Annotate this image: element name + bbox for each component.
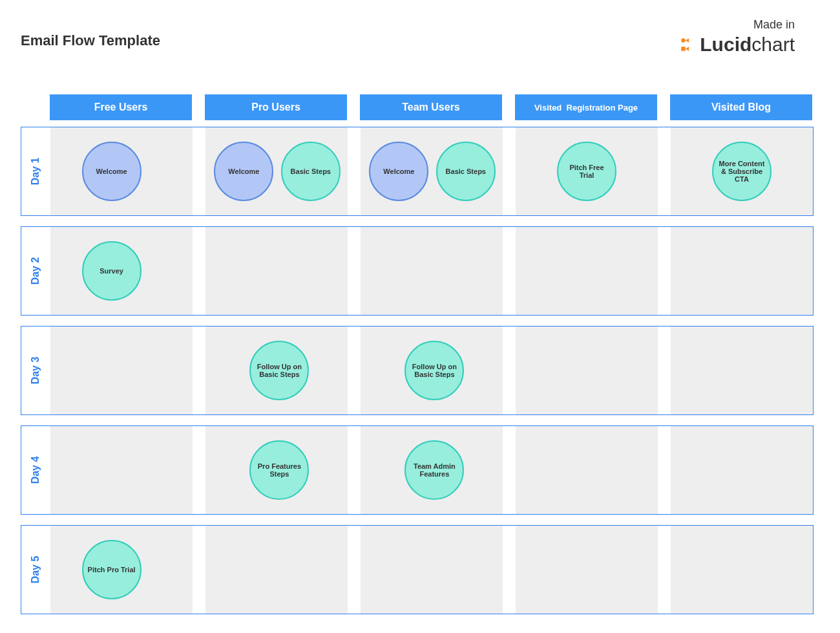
cell-day2-reg (516, 227, 658, 315)
email-node[interactable]: Welcome (82, 142, 142, 201)
cell-day4-free (50, 426, 193, 514)
swimlane-day3: Day 3Follow Up on Basic StepsFollow Up o… (21, 326, 814, 415)
column-header-pro: Pro Users (205, 94, 347, 120)
email-node[interactable]: Follow Up on Basic Steps (249, 341, 309, 400)
column-header-team: Team Users (360, 94, 502, 120)
email-node[interactable]: Basic Steps (436, 142, 496, 201)
cell-day4-blog (671, 426, 813, 514)
cell-day4-reg (516, 426, 658, 514)
cell-day5-team (361, 526, 503, 614)
cell-day5-free: Pitch Pro Trial (50, 526, 193, 614)
email-node[interactable]: Pro Features Steps (249, 440, 309, 500)
cell-day3-reg (516, 327, 658, 414)
row-label-day2: Day 2 (21, 227, 50, 315)
cell-day1-reg: Pitch Free Trial (516, 127, 658, 215)
cell-day5-reg (516, 526, 658, 614)
email-node[interactable]: Pitch Pro Trial (82, 540, 142, 599)
cell-day1-team: WelcomeBasic Steps (361, 127, 503, 215)
cell-day3-free (50, 327, 193, 414)
made-in-label: Made in (753, 18, 795, 32)
swimlane-day4: Day 4Pro Features StepsTeam Admin Featur… (21, 425, 814, 515)
cell-day3-pro: Follow Up on Basic Steps (205, 327, 348, 414)
cell-day5-pro (205, 526, 348, 614)
email-node[interactable]: Follow Up on Basic Steps (404, 341, 464, 400)
cell-day2-pro (205, 227, 348, 315)
email-node[interactable]: Pitch Free Trial (557, 142, 616, 201)
email-node[interactable]: Survey (82, 241, 142, 301)
cell-day2-free: Survey (50, 227, 193, 315)
cell-day4-team: Team Admin Features (361, 426, 503, 514)
lucidchart-logo-icon (679, 36, 696, 53)
column-header-free: Free Users (50, 94, 192, 120)
row-label-day5: Day 5 (21, 526, 50, 614)
cell-day1-free: Welcome (50, 127, 193, 215)
cell-day1-blog: More Content & Subscribe CTA (671, 127, 813, 215)
email-node[interactable]: Welcome (214, 142, 273, 201)
email-node[interactable]: Basic Steps (281, 142, 341, 201)
lucidchart-logo-text: Lucidchart (700, 34, 795, 56)
cell-day3-team: Follow Up on Basic Steps (361, 327, 503, 414)
row-label-day3: Day 3 (21, 327, 50, 414)
row-label-day1: Day 1 (21, 127, 50, 215)
cell-day2-team (361, 227, 503, 315)
swimlane-day1: Day 1WelcomeWelcomeBasic StepsWelcomeBas… (21, 127, 814, 216)
cell-day5-blog (671, 526, 813, 614)
lucidchart-logo: Lucidchart (679, 32, 795, 57)
email-node[interactable]: More Content & Subscribe CTA (712, 142, 772, 201)
svg-rect-1 (682, 47, 686, 51)
email-node[interactable]: Welcome (369, 142, 428, 201)
cell-day1-pro: WelcomeBasic Steps (205, 127, 348, 215)
column-header-reg: Visited Registration Page (515, 94, 657, 120)
swimlane-day5: Day 5Pitch Pro Trial (21, 525, 814, 614)
svg-point-0 (682, 38, 686, 43)
diagram-canvas: Email Flow Template Made in Lucidchart F… (0, 0, 840, 633)
swimlane-day2: Day 2Survey (21, 226, 814, 316)
page-title: Email Flow Template (21, 32, 160, 49)
cell-day3-blog (671, 327, 813, 414)
cell-day2-blog (671, 227, 813, 315)
email-node[interactable]: Team Admin Features (404, 440, 464, 500)
column-header-blog: Visited Blog (670, 94, 812, 120)
cell-day4-pro: Pro Features Steps (205, 426, 348, 514)
row-label-day4: Day 4 (21, 426, 50, 514)
